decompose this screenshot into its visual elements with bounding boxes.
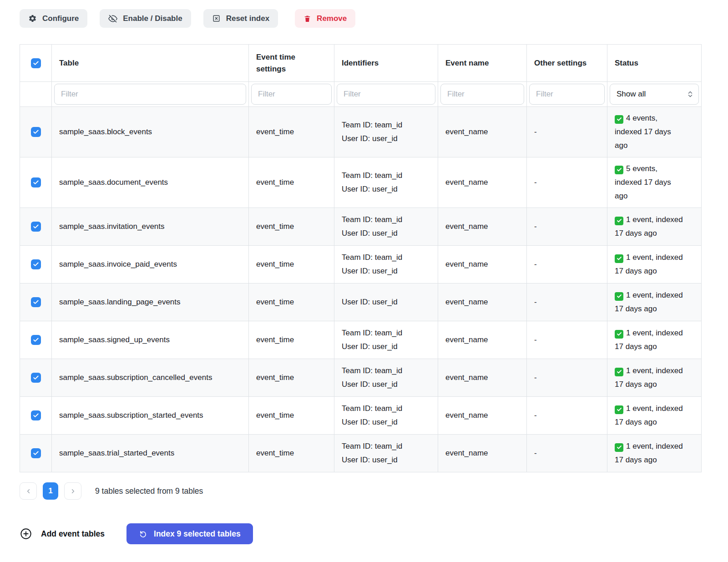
previous-page-button[interactable] <box>20 482 37 500</box>
table-row: sample_saas.trial_started_eventsevent_ti… <box>20 435 702 472</box>
enable-disable-button[interactable]: Enable / Disable <box>100 9 191 28</box>
status: 4 events, indexed 17 days ago <box>615 111 684 152</box>
toolbar: Configure Enable / Disable Reset index R… <box>20 9 701 28</box>
row-checkbox[interactable] <box>31 297 41 307</box>
reset-index-button-label: Reset index <box>226 14 269 23</box>
identifier-line: Team ID: team_id <box>342 169 430 182</box>
other-settings-cell: - <box>527 397 607 435</box>
status: 1 event, indexed 17 days ago <box>615 213 684 240</box>
status-text: 1 event, indexed 17 days ago <box>615 291 683 313</box>
filter-input-event-time-settings[interactable] <box>251 84 332 105</box>
event-time-settings-cell: event_time <box>249 435 334 472</box>
status: 5 events, indexed 17 days ago <box>615 162 684 203</box>
index-selected-tables-label: Index 9 selected tables <box>154 529 241 539</box>
green-check-icon <box>615 166 623 174</box>
select-all-header-cell <box>20 45 52 82</box>
table-row: sample_saas.block_eventsevent_timeTeam I… <box>20 107 702 157</box>
status: 1 event, indexed 17 days ago <box>615 326 684 354</box>
filter-input-identifiers[interactable] <box>337 84 435 105</box>
table-row: sample_saas.signed_up_eventsevent_timeTe… <box>20 321 702 359</box>
box-x-icon <box>212 14 221 23</box>
event-time-settings-cell: event_time <box>249 246 334 284</box>
row-checkbox-cell <box>20 284 52 321</box>
identifier-line: Team ID: team_id <box>342 326 430 340</box>
status-text: 1 event, indexed 17 days ago <box>615 366 683 389</box>
event-name-cell: event_name <box>438 208 527 246</box>
status-cell: 1 event, indexed 17 days ago <box>607 246 702 284</box>
event-time-settings-cell: event_time <box>249 284 334 321</box>
row-checkbox[interactable] <box>31 335 41 345</box>
status: 1 event, indexed 17 days ago <box>615 251 684 278</box>
filter-input-other-settings[interactable] <box>529 84 605 105</box>
filter-input-table[interactable] <box>54 84 246 105</box>
row-checkbox[interactable] <box>31 448 41 458</box>
index-selected-tables-button[interactable]: Index 9 selected tables <box>126 523 253 544</box>
green-check-icon <box>615 217 623 225</box>
status-cell: 1 event, indexed 17 days ago <box>607 208 702 246</box>
event-time-settings-cell: event_time <box>249 397 334 435</box>
identifier-line: User ID: user_id <box>342 378 430 391</box>
column-header-other-settings: Other settings <box>527 45 607 82</box>
status-cell: 4 events, indexed 17 days ago <box>607 107 702 157</box>
row-checkbox-cell <box>20 208 52 246</box>
green-check-icon <box>615 405 623 414</box>
configure-button[interactable]: Configure <box>20 9 87 28</box>
other-settings-cell: - <box>527 284 607 321</box>
table-row: sample_saas.landing_page_eventsevent_tim… <box>20 284 702 321</box>
identifier-line: User ID: user_id <box>342 264 430 278</box>
table-name-cell: sample_saas.signed_up_events <box>52 321 249 359</box>
status: 1 event, indexed 17 days ago <box>615 402 684 429</box>
remove-button-label: Remove <box>317 14 347 23</box>
row-checkbox-cell <box>20 107 52 157</box>
gear-icon <box>28 14 37 23</box>
event-time-settings-cell: event_time <box>249 359 334 397</box>
up-down-chevron-icon <box>688 91 693 98</box>
status-cell: 5 events, indexed 17 days ago <box>607 157 702 208</box>
other-settings-cell: - <box>527 321 607 359</box>
event-name-cell: event_name <box>438 397 527 435</box>
trash-icon <box>303 15 311 23</box>
column-header-event-time-settings: Event time settings <box>249 45 334 82</box>
row-checkbox[interactable] <box>31 222 41 232</box>
table-name-cell: sample_saas.trial_started_events <box>52 435 249 472</box>
table-name-cell: sample_saas.block_events <box>52 107 249 157</box>
status-cell: 1 event, indexed 17 days ago <box>607 321 702 359</box>
status-cell: 1 event, indexed 17 days ago <box>607 435 702 472</box>
row-checkbox[interactable] <box>31 410 41 420</box>
identifiers-cell: Team ID: team_idUser ID: user_id <box>334 397 438 435</box>
event-time-settings-cell: event_time <box>249 157 334 208</box>
pagination: 1 9 tables selected from 9 tables <box>20 482 701 500</box>
event-name-cell: event_name <box>438 321 527 359</box>
column-header-event-name: Event name <box>438 45 527 82</box>
row-checkbox[interactable] <box>31 177 41 187</box>
status-text: 1 event, indexed 17 days ago <box>615 215 683 238</box>
event-time-settings-cell: event_time <box>249 208 334 246</box>
page-1-button[interactable]: 1 <box>43 482 58 500</box>
event-name-cell: event_name <box>438 157 527 208</box>
green-check-icon <box>615 254 623 263</box>
reset-index-button[interactable]: Reset index <box>203 9 278 28</box>
event-time-settings-cell: event_time <box>249 107 334 157</box>
status-text: 1 event, indexed 17 days ago <box>615 442 683 464</box>
table-row: sample_saas.subscription_cancelled_event… <box>20 359 702 397</box>
green-check-icon <box>615 368 623 376</box>
row-checkbox[interactable] <box>31 127 41 137</box>
status-filter-select[interactable]: Show all <box>610 84 699 105</box>
filter-input-event-name[interactable] <box>440 84 524 105</box>
table-name-cell: sample_saas.subscription_cancelled_event… <box>52 359 249 397</box>
identifier-line: Team ID: team_id <box>342 440 430 453</box>
chevron-right-icon <box>70 488 76 495</box>
remove-button[interactable]: Remove <box>295 9 355 28</box>
row-checkbox[interactable] <box>31 373 41 383</box>
next-page-button[interactable] <box>64 482 81 500</box>
row-checkbox[interactable] <box>31 259 41 269</box>
add-event-tables-button[interactable]: Add event tables <box>20 527 105 540</box>
other-settings-cell: - <box>527 359 607 397</box>
filter-row: Show all <box>20 82 702 107</box>
select-all-checkbox[interactable] <box>31 58 41 68</box>
status: 1 event, indexed 17 days ago <box>615 440 684 467</box>
status-text: 1 event, indexed 17 days ago <box>615 404 683 426</box>
table-name-cell: sample_saas.subscription_started_events <box>52 397 249 435</box>
identifier-line: Team ID: team_id <box>342 118 430 132</box>
identifier-line: Team ID: team_id <box>342 364 430 378</box>
